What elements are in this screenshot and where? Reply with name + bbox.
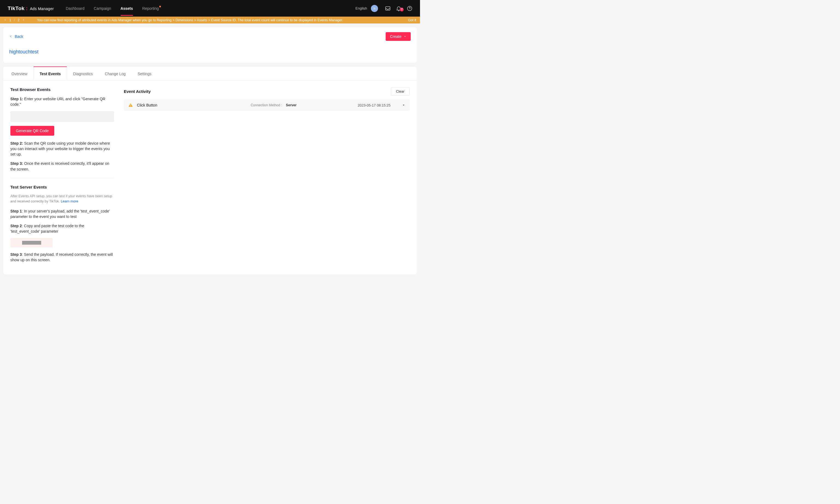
browser-step-1: Step 1: Enter your website URL and click…: [10, 96, 114, 107]
entity-name[interactable]: hightouchtest: [9, 49, 411, 55]
nav-reporting-label: Reporting: [142, 6, 159, 11]
right-pane: Event Activity Clear Click Button Connec…: [124, 87, 410, 267]
tab-row: Overview Test Events Diagnostics Change …: [3, 67, 417, 80]
tab-overview[interactable]: Overview: [5, 67, 33, 80]
tab-test-events[interactable]: Test Events: [33, 67, 67, 80]
nav-reporting-dot-icon: [159, 6, 161, 7]
left-pane: Test Browser Events Step 1: Enter your w…: [10, 87, 114, 267]
tab-diagnostics-label: Diagnostics: [73, 72, 93, 76]
nav-assets-label: Assets: [121, 6, 133, 11]
server-step1-text: : In your server's payload, add the 'tes…: [10, 209, 110, 219]
nav-campaign-label: Campaign: [94, 6, 111, 11]
caret-down-icon: [404, 35, 406, 38]
url-input[interactable]: [10, 111, 114, 122]
nav-dashboard-label: Dashboard: [66, 6, 85, 11]
divider: [10, 178, 114, 178]
server-step3-text: : Send the payload. If received correctl…: [10, 252, 113, 262]
nav-campaign[interactable]: Campaign: [94, 5, 111, 12]
pager-total: 2: [17, 18, 19, 22]
pager-next-icon[interactable]: [22, 18, 25, 22]
announcement-text: You can now find reporting of attributed…: [37, 18, 402, 22]
learn-more-link[interactable]: Learn more: [61, 199, 78, 203]
tab-diagnostics[interactable]: Diagnostics: [67, 67, 99, 80]
chevron-left-icon: [9, 35, 13, 38]
bell-icon[interactable]: 7: [393, 5, 404, 12]
brand-name: TikTok: [7, 5, 24, 12]
back-label: Back: [15, 34, 23, 39]
nav-assets[interactable]: Assets: [121, 5, 133, 12]
notification-badge: 7: [400, 7, 404, 12]
avatar[interactable]: h: [371, 5, 378, 12]
pager-prev-icon[interactable]: [4, 18, 6, 22]
main-card: Overview Test Events Diagnostics Change …: [3, 67, 417, 275]
browser-step1-text: Enter your website URL and click "Genera…: [10, 97, 105, 107]
connection-method-value: Server: [286, 103, 296, 107]
inbox-icon[interactable]: [382, 5, 393, 12]
event-name: Click Button: [137, 103, 157, 107]
browser-step-3: Step 3: Once the event is received corre…: [10, 161, 114, 172]
tab-test-events-label: Test Events: [39, 72, 61, 76]
top-nav: TikTok: Ads Manager Dashboard Campaign A…: [0, 0, 420, 17]
create-label: Create: [390, 34, 401, 39]
nav-items: Dashboard Campaign Assets Reporting: [66, 5, 160, 12]
tab-overview-label: Overview: [12, 72, 27, 76]
expand-caret-icon[interactable]: [402, 104, 405, 107]
tab-change-log[interactable]: Change Log: [99, 67, 132, 80]
browser-section-title: Test Browser Events: [10, 87, 114, 92]
server-step-2: Step 2: Copy and paste the test code to …: [10, 223, 114, 234]
tab-settings[interactable]: Settings: [132, 67, 158, 80]
svg-rect-0: [385, 6, 390, 10]
server-section-desc: After Events API setup, you can test if …: [10, 194, 114, 204]
test-event-code-box[interactable]: [10, 238, 53, 247]
svg-point-2: [409, 10, 410, 10]
event-row[interactable]: Click Button Connection Method : Server …: [124, 100, 410, 111]
server-step1-label: Step 1: [10, 209, 22, 213]
browser-step-2: Step 2: Scan the QR code using your mobi…: [10, 141, 114, 157]
nav-reporting[interactable]: Reporting: [142, 5, 161, 12]
server-step-3: Step 3: Send the payload. If received co…: [10, 252, 114, 263]
connection-method-label: Connection Method :: [251, 103, 282, 107]
pager-current: 1: [9, 18, 11, 22]
tab-change-log-label: Change Log: [105, 72, 125, 76]
announcement-dismiss[interactable]: Got it: [408, 18, 416, 22]
brand-colon: :: [26, 5, 28, 12]
clear-button[interactable]: Clear: [391, 87, 410, 96]
tab-settings-label: Settings: [138, 72, 152, 76]
help-icon[interactable]: [404, 5, 415, 12]
server-step-1: Step 1: In your server's payload, add th…: [10, 209, 114, 220]
brand-sub: Ads Manager: [30, 6, 54, 11]
pager-sep: /: [14, 18, 15, 22]
server-step2-label: Step 2: [10, 224, 22, 228]
announcement-pager: 1 / 2: [4, 18, 25, 22]
browser-step3-label: Step 3:: [10, 161, 24, 166]
svg-rect-3: [130, 105, 131, 106]
language-select[interactable]: English: [355, 6, 367, 10]
nav-dashboard[interactable]: Dashboard: [66, 5, 85, 12]
announcement-bar: 1 / 2 You can now find reporting of attr…: [0, 17, 420, 23]
generate-qr-button[interactable]: Generate QR Code: [10, 126, 54, 136]
create-button[interactable]: Create: [385, 32, 411, 41]
header-card: Back Create hightouchtest: [3, 27, 417, 63]
browser-step1-label: Step 1:: [10, 97, 24, 101]
server-section-title: Test Server Events: [10, 185, 114, 190]
test-event-code-redacted: [22, 241, 41, 245]
svg-rect-4: [130, 106, 131, 107]
server-step3-label: Step 3: [10, 252, 22, 257]
warning-icon: [128, 103, 133, 108]
back-link[interactable]: Back: [9, 34, 23, 39]
brand: TikTok: Ads Manager: [7, 5, 54, 12]
browser-step3-text: Once the event is received correctly, it…: [10, 161, 109, 171]
event-time: 2023-05-17 08:15:25: [358, 103, 391, 107]
browser-step2-label: Step 2:: [10, 141, 24, 145]
browser-step2-text: Scan the QR code using your mobile devic…: [10, 141, 110, 157]
event-activity-title: Event Activity: [124, 89, 151, 94]
